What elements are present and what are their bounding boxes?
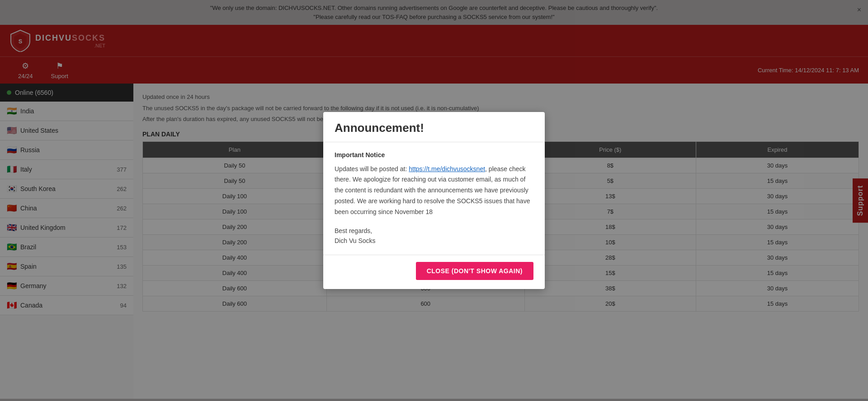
modal-header: Announcement! [323,112,545,142]
modal-link[interactable]: https://t.me/dichvusocksnet [409,165,485,173]
modal-regards-line2: Dich Vu Socks [335,236,533,246]
modal-text: Updates will be posted at: https://t.me/… [335,164,533,218]
announcement-modal: Announcement! Important Notice Updates w… [323,112,545,289]
modal-footer: CLOSE (DON'T SHOW AGAIN) [323,255,545,289]
modal-title: Announcement! [335,121,533,135]
modal-regards-line1: Best regards, [335,226,533,236]
modal-text-pre: Updates will be posted at: [335,165,409,173]
modal-text-post: , please check there. We apologize for r… [335,165,530,215]
modal-overlay: Announcement! Important Notice Updates w… [0,0,868,401]
modal-body: Important Notice Updates will be posted … [323,142,545,255]
modal-section-title: Important Notice [335,151,533,159]
modal-close-button[interactable]: CLOSE (DON'T SHOW AGAIN) [416,262,533,280]
modal-regards: Best regards, Dich Vu Socks [335,226,533,246]
